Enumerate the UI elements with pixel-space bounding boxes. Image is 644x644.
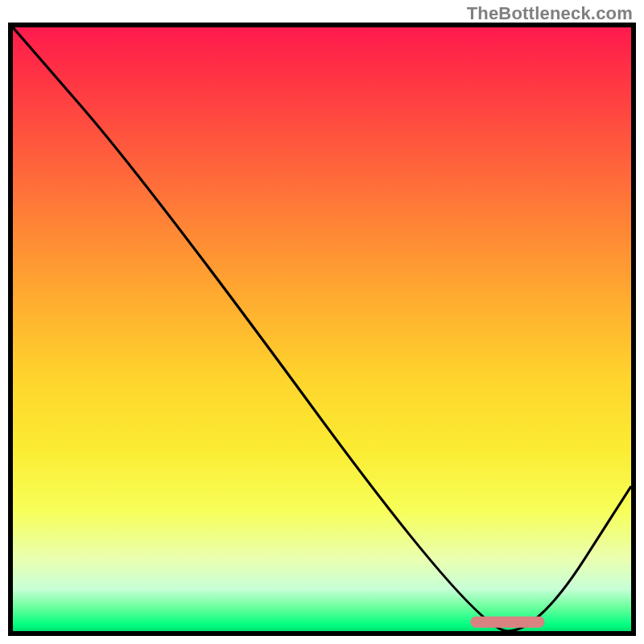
attribution-text: TheBottleneck.com	[467, 3, 633, 24]
chart-frame	[8, 23, 636, 636]
bottleneck-curve	[13, 27, 631, 631]
chart-svg	[13, 27, 631, 631]
optimal-range-marker	[470, 617, 544, 628]
